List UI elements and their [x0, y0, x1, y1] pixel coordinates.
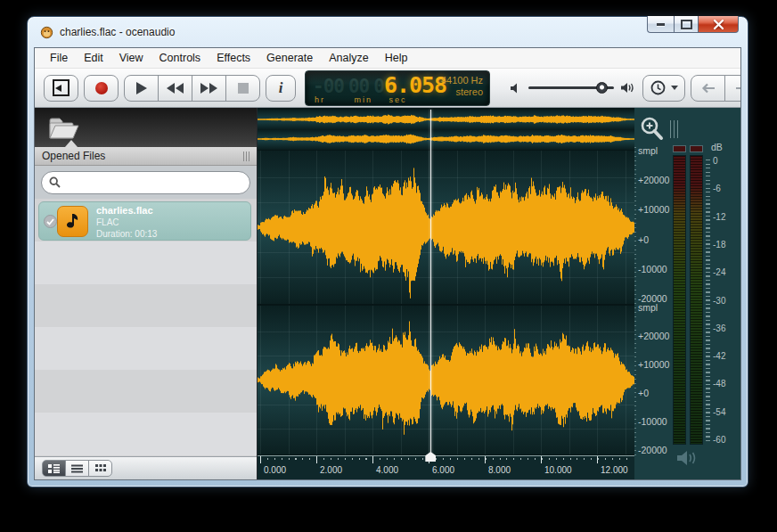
- redo-forward-button[interactable]: [724, 75, 741, 102]
- sidebar-toggle-icon: [53, 79, 70, 96]
- play-icon: [136, 82, 147, 94]
- titlebar[interactable]: charlies.flac - ocenaudio: [28, 17, 748, 47]
- info-button[interactable]: i: [266, 75, 296, 102]
- sample-scale-ticks: [634, 147, 636, 457]
- sample-scale-label: +10000: [638, 204, 670, 215]
- timeline-ruler[interactable]: 0.0002.0004.0006.0008.00010.00012.000: [258, 455, 634, 479]
- level-meter-left: [673, 155, 686, 445]
- timeline-label: 12.000: [601, 465, 628, 475]
- menu-item-analyze[interactable]: Analyze: [321, 50, 376, 66]
- menu-item-effects[interactable]: Effects: [209, 50, 258, 66]
- menu-item-controls[interactable]: Controls: [151, 50, 209, 66]
- db-scale-ticks: [706, 160, 710, 443]
- file-meta: charlies.flac FLAC Duration: 00:13: [96, 202, 250, 240]
- waveform-overview[interactable]: [258, 110, 634, 150]
- timeline-major-tick: [372, 456, 373, 463]
- stop-button[interactable]: [225, 75, 260, 102]
- db-scale-label: -18: [713, 240, 725, 250]
- sidebar: Opened Files: [35, 108, 258, 479]
- view-grid-button[interactable]: [88, 460, 112, 477]
- file-item-charlies-flac[interactable]: charlies.flac FLAC Duration: 00:13: [38, 201, 251, 241]
- undo-back-button[interactable]: [691, 75, 725, 102]
- transport-group: [124, 75, 260, 102]
- time-digits: -00 00 0 6.058: [313, 72, 446, 98]
- volume-knob[interactable]: [596, 82, 608, 94]
- clock-icon: [650, 80, 666, 95]
- details-view-icon: [48, 464, 60, 473]
- db-scale-label: -6: [713, 184, 721, 193]
- playhead-line: [430, 110, 431, 456]
- zoom-in-button[interactable]: [639, 116, 666, 143]
- sample-scale-label: +20000: [638, 175, 670, 185]
- current-time: 6.058: [384, 72, 446, 98]
- rewind-button[interactable]: [158, 75, 192, 102]
- rewind-icon: [167, 83, 184, 94]
- timeline-label: 0.000: [264, 465, 286, 475]
- maximize-button[interactable]: [674, 16, 699, 33]
- view-list-button[interactable]: [65, 460, 89, 477]
- info-icon: i: [279, 79, 283, 97]
- timeline-major-tick: [541, 456, 542, 463]
- audio-file-icon: [57, 206, 88, 237]
- timeline-major-tick: [260, 456, 261, 463]
- time-display[interactable]: -00 00 0 6.058 hr min sec 44100 Hz stere…: [305, 70, 490, 106]
- sidebar-tab-strip[interactable]: [35, 108, 257, 147]
- app-window: charlies.flac - ocenaudio FileEditViewCo…: [27, 16, 748, 487]
- client-area: FileEditViewControlsEffectsGenerateAnaly…: [34, 47, 741, 480]
- timeline-label: 10.000: [544, 465, 572, 475]
- speaker-high-icon: [620, 81, 635, 94]
- sample-scale-label: -10000: [638, 416, 670, 427]
- panel-header: Opened Files: [35, 147, 257, 166]
- sample-scale-label: +20000: [638, 331, 670, 341]
- arrow-right-icon: [735, 83, 742, 94]
- db-scale-title: dB: [711, 142, 723, 152]
- record-button[interactable]: [84, 75, 119, 102]
- search-box[interactable]: [41, 171, 250, 194]
- play-button[interactable]: [124, 75, 159, 102]
- db-scale-label: -48: [713, 379, 725, 389]
- meter-drag-handle[interactable]: [670, 120, 678, 138]
- volume-control: [510, 81, 635, 94]
- db-scale-label: -30: [713, 296, 725, 306]
- clip-indicator-left: [673, 145, 686, 152]
- close-button[interactable]: [699, 16, 739, 33]
- waveform-channel-left[interactable]: [258, 151, 634, 304]
- db-scale-label: -60: [713, 435, 725, 445]
- file-selected-check-icon: [44, 215, 57, 228]
- minimize-button[interactable]: [647, 16, 674, 33]
- fast-forward-button[interactable]: [192, 75, 226, 102]
- screen: charlies.flac - ocenaudio FileEditViewCo…: [0, 0, 777, 532]
- sample-scale-label: +0: [638, 234, 670, 245]
- time-format-button[interactable]: [642, 75, 685, 102]
- file-list[interactable]: charlies.flac FLAC Duration: 00:13: [35, 199, 257, 456]
- file-format: FLAC: [96, 217, 250, 228]
- monitor-speaker-icon[interactable]: [675, 448, 699, 468]
- timeline-label: 6.000: [432, 465, 454, 475]
- menu-item-file[interactable]: File: [42, 50, 76, 66]
- menu-item-view[interactable]: View: [111, 50, 151, 66]
- level-meter-right: [690, 155, 703, 445]
- sidebar-toggle-button[interactable]: [44, 75, 78, 102]
- menu-item-help[interactable]: Help: [377, 50, 416, 66]
- panel-drag-handle[interactable]: [243, 151, 249, 161]
- toolbar: i -00 00 0 6.058 hr min sec 44100 Hz: [35, 69, 740, 108]
- search-input[interactable]: [66, 176, 242, 190]
- timeline-label: 8.000: [488, 465, 511, 475]
- volume-slider[interactable]: [528, 86, 614, 89]
- view-details-button[interactable]: [42, 460, 66, 477]
- list-view-toolbar: [35, 456, 257, 479]
- db-scale-label: 0: [713, 156, 718, 166]
- menu-item-generate[interactable]: Generate: [258, 50, 321, 66]
- file-duration: Duration: 00:13: [96, 228, 250, 240]
- panel-title: Opened Files: [42, 150, 243, 162]
- sample-scale-label: smpl: [638, 302, 670, 313]
- waveform-channel-right[interactable]: [258, 306, 634, 454]
- menu-item-edit[interactable]: Edit: [76, 50, 111, 66]
- speaker-low-icon: [510, 82, 522, 94]
- active-tab-pointer: [65, 140, 78, 147]
- time-unit-labels: hr min sec: [315, 95, 420, 104]
- sample-scale-left: smpl+20000+10000+0-10000-20000: [638, 145, 670, 304]
- timeline-label: 2.000: [320, 465, 342, 475]
- arrow-left-icon: [701, 83, 716, 94]
- opened-files-folder-icon: [48, 115, 80, 140]
